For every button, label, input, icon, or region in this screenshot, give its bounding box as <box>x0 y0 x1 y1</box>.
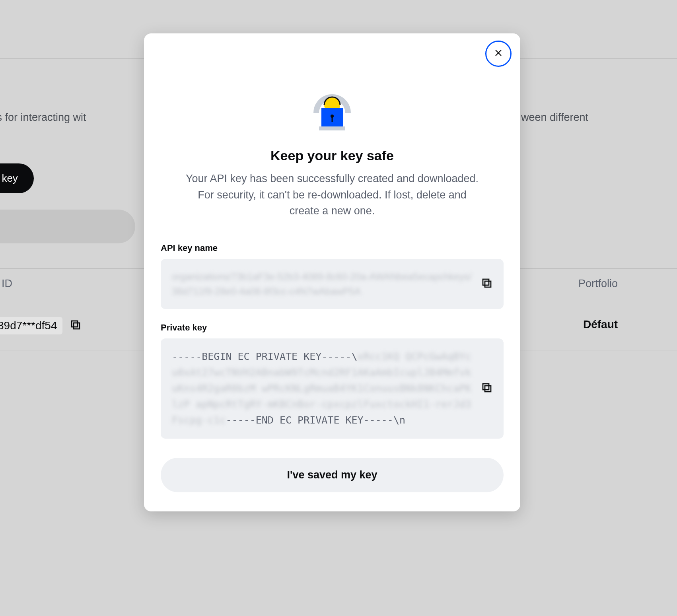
private-key-begin: -----BEGIN EC PRIVATE KEY-----\ <box>172 351 358 362</box>
page-description-left: missions for interacting wit <box>0 111 86 124</box>
api-key-name-field: organizations/73b1aF3e-52b3-4089-8c60-20… <box>161 259 504 309</box>
svg-rect-11 <box>485 386 491 392</box>
svg-rect-9 <box>485 281 491 287</box>
api-key-name-value: organizations/73b1aF3e-52b3-4089-8c60-20… <box>172 269 472 299</box>
svg-rect-8 <box>319 126 345 130</box>
copy-icon <box>481 382 493 395</box>
keep-key-safe-modal: Keep your key safe Your API key has been… <box>144 33 520 511</box>
private-key-field: -----BEGIN EC PRIVATE KEY-----\xRcc1KQ Q… <box>161 338 504 439</box>
table-header-key-id: Key ID <box>0 278 12 290</box>
copy-icon[interactable] <box>70 319 82 332</box>
table-header-portfolio: Portfolio <box>578 278 618 290</box>
modal-description: Your API key has been successfully creat… <box>185 171 479 219</box>
private-key-end: -----END EC PRIVATE KEY-----\n <box>226 414 405 426</box>
lock-illustration <box>161 84 504 136</box>
api-key-name-label: API key name <box>161 243 504 253</box>
table-row: 39d7***df54 <box>0 317 82 334</box>
svg-rect-10 <box>483 279 489 285</box>
close-icon <box>494 49 503 59</box>
private-key-label: Private key <box>161 323 504 333</box>
page-description-right: ween different <box>521 111 588 124</box>
copy-icon <box>481 277 493 291</box>
create-trading-key-button[interactable]: ding key <box>0 163 34 193</box>
portfolio-value: Défaut <box>583 318 618 331</box>
copy-api-key-name-button[interactable] <box>479 276 495 292</box>
modal-title: Keep your key safe <box>161 148 504 163</box>
copy-private-key-button[interactable] <box>479 381 495 396</box>
search-pill[interactable] <box>0 210 135 243</box>
svg-rect-12 <box>483 384 489 390</box>
close-button[interactable] <box>485 41 512 67</box>
saved-my-key-button[interactable]: I've saved my key <box>161 458 504 492</box>
private-key-value: -----BEGIN EC PRIVATE KEY-----\xRcc1KQ Q… <box>172 349 472 428</box>
svg-rect-1 <box>72 321 78 327</box>
svg-rect-0 <box>74 323 80 329</box>
key-id-value: 39d7***df54 <box>0 317 62 334</box>
